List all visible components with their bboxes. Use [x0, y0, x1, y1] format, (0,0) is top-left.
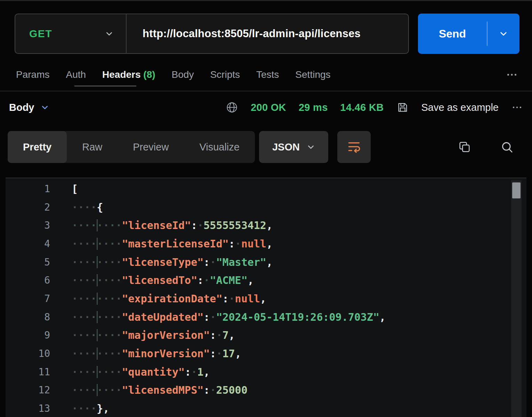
chevron-down-icon — [307, 143, 315, 151]
code-line-content: ········"quantity":·1, — [72, 366, 210, 378]
tab-auth[interactable]: Auth — [66, 69, 86, 80]
response-more-options-icon[interactable] — [511, 101, 523, 113]
code-line: 2····{ — [6, 198, 526, 216]
response-toolbar: PrettyRawPreviewVisualize JSON — [8, 131, 524, 163]
copy-icon[interactable] — [458, 140, 471, 154]
code-line: 9········"majorVersion":·7, — [6, 326, 526, 345]
line-number: 2 — [12, 202, 50, 213]
code-line: 8········"dateUpdated":·"2024-05-14T19:2… — [6, 308, 526, 326]
code-line: 1[ — [6, 180, 526, 198]
divider — [0, 91, 532, 91]
search-icon[interactable] — [500, 140, 514, 154]
method-selector[interactable]: GET — [15, 14, 126, 53]
code-line-content: ········"licensedMPS":·25000 — [72, 384, 248, 396]
code-line-content: ········"masterLicenseId":·null, — [72, 238, 273, 250]
wrap-text-icon — [346, 139, 362, 155]
line-number: 10 — [12, 348, 50, 359]
code-line: 7········"expirationDate":·null, — [6, 289, 526, 308]
more-options-icon[interactable] — [506, 68, 518, 81]
request-tabs-list: ParamsAuthHeaders (8)BodyScriptsTestsSet… — [16, 69, 331, 80]
code-line: 4········"masterLicenseId":·null, — [6, 235, 526, 253]
request-url-row: GET http://localhost:8505/lr-admin-api/l… — [15, 14, 519, 54]
response-body-label: Body — [9, 102, 34, 113]
line-number: 8 — [12, 311, 50, 323]
code-line: 5········"licenseType":·"Master", — [6, 253, 526, 271]
code-line-content: ········"licenseType":·"Master", — [72, 256, 273, 268]
send-button[interactable]: Send — [418, 14, 519, 54]
code-line-content: ········"licenseId":·5555553412, — [72, 219, 273, 231]
response-size[interactable]: 14.46 KB — [340, 102, 384, 113]
line-number: 3 — [12, 220, 50, 231]
code-line-content: ········"dateUpdated":·"2024-05-14T19:26… — [72, 311, 386, 323]
line-number: 4 — [12, 238, 50, 250]
line-number: 9 — [12, 329, 50, 341]
tab-hover-underline — [74, 85, 136, 87]
send-options-chevron-icon[interactable] — [487, 29, 519, 38]
format-label: JSON — [272, 141, 300, 153]
tab-body[interactable]: Body — [172, 69, 194, 80]
code-line-content: ········"minorVersion":·17, — [72, 348, 241, 360]
send-label: Send — [418, 27, 487, 40]
scrollbar-thumb[interactable] — [512, 182, 521, 198]
response-meta-bar: Body 200 OK 29 ms 14.46 KB Save as examp… — [9, 101, 523, 114]
code-line-content: ····}, — [72, 402, 109, 415]
line-number: 13 — [12, 403, 50, 414]
response-view-tabs: PrettyRawPreviewVisualize — [8, 131, 255, 163]
view-tab-visualize[interactable]: Visualize — [184, 131, 255, 163]
line-number: 7 — [12, 293, 50, 304]
save-as-example-button[interactable]: Save as example — [421, 102, 499, 113]
view-tab-preview[interactable]: Preview — [118, 131, 184, 163]
response-body-dropdown[interactable]: Body — [9, 102, 49, 113]
chevron-down-icon — [105, 30, 113, 38]
tab-params[interactable]: Params — [16, 69, 49, 80]
url-input[interactable]: http://localhost:8505/lr-admin-api/licen… — [127, 14, 361, 53]
code-line-content: ····{ — [72, 201, 103, 213]
line-number: 5 — [12, 256, 50, 268]
code-line-content: [ — [72, 183, 78, 195]
status-badge[interactable]: 200 OK — [251, 102, 286, 113]
response-time[interactable]: 29 ms — [299, 102, 328, 113]
network-globe-icon[interactable] — [226, 101, 238, 114]
code-line: 10········"minorVersion":·17, — [6, 344, 526, 363]
request-tabs: ParamsAuthHeaders (8)BodyScriptsTestsSet… — [16, 68, 518, 91]
view-tab-pretty[interactable]: Pretty — [8, 131, 67, 163]
tab-settings[interactable]: Settings — [295, 69, 330, 80]
chevron-down-icon — [41, 103, 49, 112]
response-body-viewer: 1[2····{3········"licenseId":·5555553412… — [6, 178, 526, 417]
save-icon — [396, 101, 409, 114]
response-status-group: 200 OK 29 ms 14.46 KB Save as example — [226, 101, 523, 114]
code-line: 12········"licensedMPS":·25000 — [6, 381, 526, 400]
line-number: 6 — [12, 275, 50, 286]
code-line-content: ········"licensedTo":·"ACME", — [72, 274, 254, 286]
format-dropdown[interactable]: JSON — [259, 131, 328, 163]
api-client-app: GET http://localhost:8505/lr-admin-api/l… — [0, 0, 532, 417]
tab-scripts[interactable]: Scripts — [210, 69, 240, 80]
wrap-text-button[interactable] — [337, 131, 371, 163]
line-number: 1 — [12, 183, 50, 195]
method-label: GET — [29, 28, 52, 40]
line-number: 12 — [12, 384, 50, 396]
line-number: 11 — [12, 366, 50, 378]
code-line: 13····}, — [6, 399, 526, 417]
code-lines: 1[2····{3········"licenseId":·5555553412… — [6, 178, 526, 417]
tab-headers[interactable]: Headers (8) — [102, 69, 155, 80]
code-line: 11········"quantity":·1, — [6, 363, 526, 381]
request-url-bar: GET http://localhost:8505/lr-admin-api/l… — [15, 14, 409, 54]
code-line: 3········"licenseId":·5555553412, — [6, 216, 526, 235]
code-line-content: ········"expirationDate":·null, — [72, 293, 266, 305]
tab-tests[interactable]: Tests — [256, 69, 279, 80]
view-tab-raw[interactable]: Raw — [67, 131, 118, 163]
code-line-content: ········"majorVersion":·7, — [72, 329, 235, 341]
scrollbar[interactable] — [511, 180, 522, 417]
code-line: 6········"licensedTo":·"ACME", — [6, 271, 526, 289]
